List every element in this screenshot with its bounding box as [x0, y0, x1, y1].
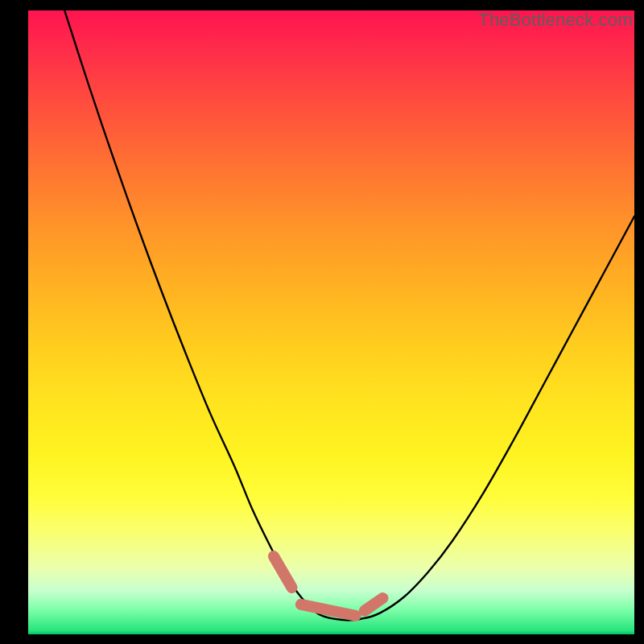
- bottleneck-curve: [64, 10, 634, 621]
- watermark-text: TheBottleneck.com: [478, 10, 633, 31]
- highlight-segment-mid: [301, 605, 356, 616]
- chart-frame: TheBottleneck.com: [0, 0, 644, 644]
- chart-svg: [28, 10, 634, 634]
- highlight-segment-left: [274, 556, 292, 588]
- highlight-segment-right: [365, 598, 383, 611]
- plot-area: [28, 10, 634, 634]
